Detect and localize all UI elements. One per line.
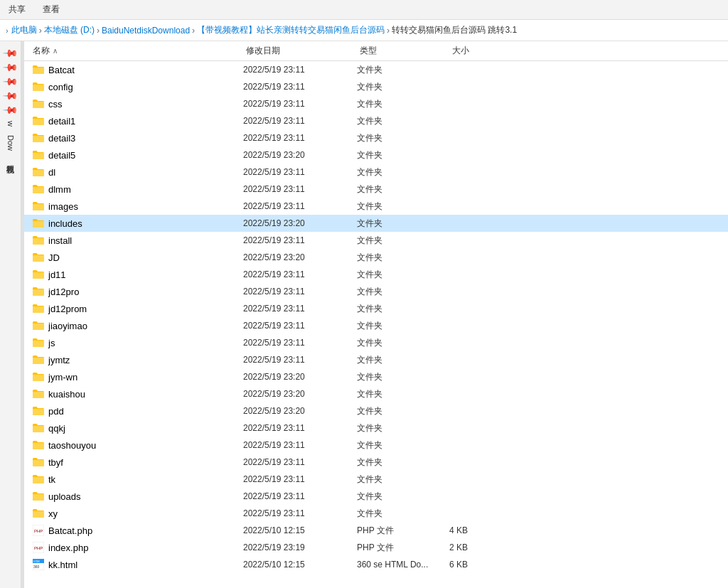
- file-type: 文件夹: [354, 132, 446, 144]
- file-type: 文件夹: [354, 235, 446, 247]
- file-name: dlmm: [27, 184, 240, 195]
- file-name-label: taoshouyou: [48, 440, 96, 451]
- file-row[interactable]: jiaoyimao 2022/5/19 23:11 文件夹: [24, 317, 728, 334]
- col-header-date[interactable]: 修改日期: [240, 45, 354, 57]
- sidebar: 📌 📌 📌 📌 📌 w Dow 视频教程: [0, 41, 21, 588]
- file-name-label: images: [48, 201, 78, 212]
- file-type: 文件夹: [354, 474, 446, 486]
- file-row[interactable]: tk 2022/5/19 23:11 文件夹: [24, 471, 728, 488]
- col-header-type[interactable]: 类型: [354, 45, 446, 57]
- file-row[interactable]: xy 2022/5/19 23:11 文件夹: [24, 505, 728, 522]
- file-date: 2022/5/19 23:11: [240, 474, 354, 484]
- folder-icon: [33, 65, 44, 75]
- file-name: jym-wn: [27, 372, 240, 383]
- file-date: 2022/5/19 23:20: [240, 218, 354, 228]
- col-header-name[interactable]: 名称 ∧: [27, 45, 240, 57]
- file-row[interactable]: Batcat 2022/5/19 23:11 文件夹: [24, 61, 728, 78]
- file-name: taoshouyou: [27, 440, 240, 451]
- file-type: 360 se HTML Do...: [354, 560, 446, 570]
- file-row[interactable]: detail1 2022/5/19 23:11 文件夹: [24, 112, 728, 129]
- file-type: 文件夹: [354, 98, 446, 110]
- file-date: 2022/5/19 23:20: [240, 150, 354, 160]
- file-row[interactable]: dl 2022/5/19 23:11 文件夹: [24, 164, 728, 181]
- sep2: ›: [97, 26, 100, 36]
- file-name-label: tk: [48, 474, 55, 485]
- folder-icon: [33, 389, 44, 399]
- file-name-label: jym-wn: [48, 372, 77, 383]
- file-row[interactable]: jd12pro 2022/5/19 23:11 文件夹: [24, 283, 728, 300]
- file-date: 2022/5/19 23:11: [240, 440, 354, 450]
- file-list: Batcat 2022/5/19 23:11 文件夹 config 2022/5…: [24, 61, 728, 588]
- file-row[interactable]: HTM 360 kk.html 2022/5/10 12:15 360 se H…: [24, 556, 728, 573]
- file-name-label: qqkj: [48, 423, 65, 434]
- sidebar-label-w: w: [6, 121, 15, 127]
- file-row[interactable]: jymtz 2022/5/19 23:11 文件夹: [24, 351, 728, 368]
- file-row[interactable]: pdd 2022/5/19 23:20 文件夹: [24, 402, 728, 419]
- file-row[interactable]: PHP Batcat.php 2022/5/10 12:15 PHP 文件 4 …: [24, 522, 728, 539]
- svg-text:PHP: PHP: [34, 546, 43, 550]
- file-name-label: JD: [48, 252, 60, 263]
- file-row[interactable]: JD 2022/5/19 23:20 文件夹: [24, 249, 728, 266]
- file-type: 文件夹: [354, 405, 446, 417]
- file-date: 2022/5/19 23:11: [240, 423, 354, 433]
- file-date: 2022/5/19 23:11: [240, 82, 354, 92]
- file-name-label: detail1: [48, 116, 75, 127]
- file-date: 2022/5/19 23:11: [240, 201, 354, 211]
- sort-arrow-name: ∧: [53, 47, 58, 55]
- file-row[interactable]: taoshouyou 2022/5/19 23:11 文件夹: [24, 437, 728, 454]
- col-header-size[interactable]: 大小: [446, 45, 503, 57]
- file-row[interactable]: jym-wn 2022/5/19 23:20 文件夹: [24, 368, 728, 385]
- folder-icon: [33, 82, 44, 92]
- folder-icon: [33, 372, 44, 382]
- file-date: 2022/5/19 23:20: [240, 372, 354, 382]
- file-name: install: [27, 235, 240, 246]
- file-row[interactable]: jd12prom 2022/5/19 23:11 文件夹: [24, 300, 728, 317]
- file-name-label: dlmm: [48, 184, 71, 195]
- file-name: xy: [27, 508, 240, 519]
- file-row[interactable]: PHP index.php 2022/5/19 23:19 PHP 文件 2 K…: [24, 539, 728, 556]
- file-type: 文件夹: [354, 64, 446, 76]
- file-name-label: jiaoyimao: [48, 321, 87, 331]
- breadcrumb-thispc[interactable]: 此电脑: [11, 24, 37, 36]
- file-name-label: index.php: [48, 542, 88, 553]
- file-name-label: detail5: [48, 150, 75, 161]
- breadcrumb-folder1[interactable]: 【带视频教程】站长亲测转转交易猫闲鱼后台源码: [197, 24, 385, 36]
- file-name: tbyf: [27, 457, 240, 468]
- file-date: 2022/5/19 23:11: [240, 508, 354, 518]
- breadcrumb-d[interactable]: 本地磁盘 (D:): [44, 24, 95, 36]
- file-date: 2022/5/19 23:11: [240, 457, 354, 467]
- file-row[interactable]: js 2022/5/19 23:11 文件夹: [24, 334, 728, 351]
- folder-icon: [33, 474, 44, 484]
- file-row[interactable]: kuaishou 2022/5/19 23:20 文件夹: [24, 385, 728, 402]
- file-row[interactable]: includes 2022/5/19 23:20 文件夹: [24, 215, 728, 232]
- file-row[interactable]: css 2022/5/19 23:11 文件夹: [24, 95, 728, 112]
- file-row[interactable]: config 2022/5/19 23:11 文件夹: [24, 78, 728, 95]
- file-date: 2022/5/19 23:11: [240, 116, 354, 126]
- pin-icon-5[interactable]: 📌: [2, 101, 18, 117]
- file-type: PHP 文件: [354, 542, 446, 554]
- file-date: 2022/5/19 23:11: [240, 287, 354, 296]
- file-row[interactable]: uploads 2022/5/19 23:11 文件夹: [24, 488, 728, 505]
- file-type: 文件夹: [354, 115, 446, 127]
- breadcrumb-baidu[interactable]: BaiduNetdiskDownload: [102, 26, 190, 36]
- file-type: 文件夹: [354, 371, 446, 383]
- svg-text:PHP: PHP: [34, 529, 43, 533]
- file-row[interactable]: images 2022/5/19 23:11 文件夹: [24, 198, 728, 215]
- file-name: HTM 360 kk.html: [27, 559, 240, 570]
- menu-view[interactable]: 查看: [40, 2, 63, 17]
- sep4: ›: [387, 26, 390, 36]
- file-row[interactable]: detail3 2022/5/19 23:11 文件夹: [24, 129, 728, 146]
- file-type: 文件夹: [354, 422, 446, 434]
- file-name: qqkj: [27, 423, 240, 434]
- file-row[interactable]: install 2022/5/19 23:11 文件夹: [24, 232, 728, 249]
- file-row[interactable]: jd11 2022/5/19 23:11 文件夹: [24, 266, 728, 283]
- file-date: 2022/5/19 23:11: [240, 321, 354, 331]
- menu-share[interactable]: 共享: [6, 2, 28, 17]
- file-row[interactable]: qqkj 2022/5/19 23:11 文件夹: [24, 419, 728, 437]
- file-row[interactable]: detail5 2022/5/19 23:20 文件夹: [24, 146, 728, 164]
- file-name: css: [27, 99, 240, 109]
- file-name-label: Batcat: [48, 65, 75, 75]
- file-row[interactable]: dlmm 2022/5/19 23:11 文件夹: [24, 181, 728, 198]
- file-type: 文件夹: [354, 201, 446, 213]
- file-row[interactable]: tbyf 2022/5/19 23:11 文件夹: [24, 454, 728, 471]
